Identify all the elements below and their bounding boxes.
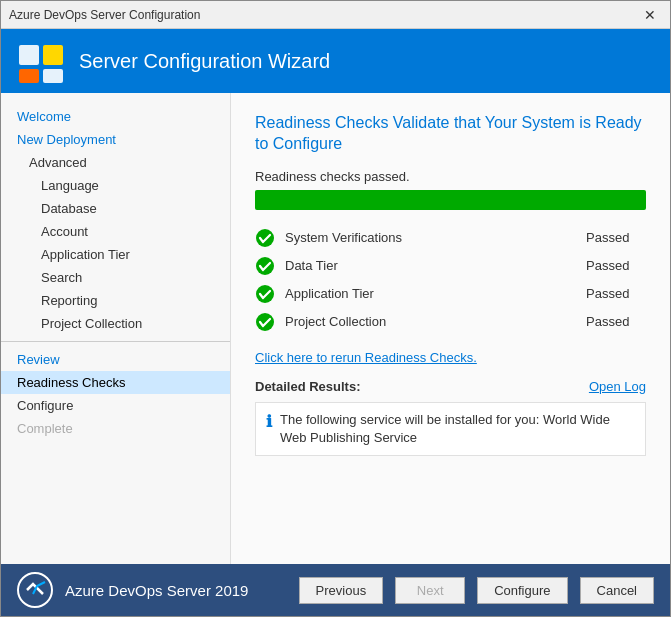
sidebar-item-configure[interactable]: Configure (1, 394, 230, 417)
check-name: Project Collection (285, 314, 576, 329)
main-window: Azure DevOps Server Configuration ✕ Serv… (0, 0, 671, 617)
detailed-results: Detailed Results: Open Log ℹ The followi… (255, 379, 646, 456)
sidebar-item-readiness-checks[interactable]: Readiness Checks (1, 371, 230, 394)
sidebar-item-database[interactable]: Database (1, 197, 230, 220)
detailed-results-title: Detailed Results: (255, 379, 360, 394)
check-name: Application Tier (285, 286, 576, 301)
sidebar-item-project-collection[interactable]: Project Collection (1, 312, 230, 335)
svg-point-5 (256, 257, 274, 275)
check-passed-icon (255, 228, 275, 248)
info-icon: ℹ (266, 412, 272, 431)
check-item: Application Tier Passed (255, 280, 646, 308)
main-content: Readiness Checks Validate that Your Syst… (231, 93, 670, 564)
page-title: Readiness Checks Validate that Your Syst… (255, 113, 646, 155)
titlebar-title: Azure DevOps Server Configuration (9, 8, 200, 22)
sidebar-item-search[interactable]: Search (1, 266, 230, 289)
svg-point-6 (256, 285, 274, 303)
sidebar-divider (1, 341, 230, 342)
next-button[interactable]: Next (395, 577, 465, 604)
detail-message: The following service will be installed … (280, 411, 635, 447)
svg-rect-3 (43, 69, 63, 83)
check-status: Passed (586, 230, 646, 245)
check-passed-icon (255, 312, 275, 332)
sidebar-item-welcome[interactable]: Welcome (1, 105, 230, 128)
svg-point-7 (256, 313, 274, 331)
footer-app-title: Azure DevOps Server 2019 (65, 582, 287, 599)
check-status: Passed (586, 258, 646, 273)
titlebar: Azure DevOps Server Configuration ✕ (1, 1, 670, 29)
sidebar-item-complete: Complete (1, 417, 230, 440)
sidebar-item-advanced[interactable]: Advanced (1, 151, 230, 174)
check-item: Data Tier Passed (255, 252, 646, 280)
check-status: Passed (586, 314, 646, 329)
header-icon (17, 37, 65, 85)
svg-rect-0 (19, 45, 39, 65)
detailed-results-header: Detailed Results: Open Log (255, 379, 646, 394)
check-status: Passed (586, 286, 646, 301)
rerun-link[interactable]: Click here to rerun Readiness Checks. (255, 350, 646, 365)
svg-rect-1 (43, 45, 63, 65)
footer: Azure DevOps Server 2019 Previous Next C… (1, 564, 670, 616)
content-area: Welcome New Deployment Advanced Language… (1, 93, 670, 564)
check-item: System Verifications Passed (255, 224, 646, 252)
svg-point-4 (256, 229, 274, 247)
passed-label: Readiness checks passed. (255, 169, 646, 184)
header-banner: Server Configuration Wizard (1, 29, 670, 93)
sidebar-item-new-deployment[interactable]: New Deployment (1, 128, 230, 151)
previous-button[interactable]: Previous (299, 577, 384, 604)
open-log-link[interactable]: Open Log (589, 379, 646, 394)
detail-item: ℹ The following service will be installe… (255, 402, 646, 456)
sidebar-item-account[interactable]: Account (1, 220, 230, 243)
svg-rect-2 (19, 69, 39, 83)
close-button[interactable]: ✕ (638, 5, 662, 25)
check-item: Project Collection Passed (255, 308, 646, 336)
cancel-button[interactable]: Cancel (580, 577, 654, 604)
configure-button[interactable]: Configure (477, 577, 567, 604)
sidebar: Welcome New Deployment Advanced Language… (1, 93, 231, 564)
footer-icon (17, 572, 53, 608)
header-title: Server Configuration Wizard (79, 50, 330, 73)
sidebar-item-review[interactable]: Review (1, 348, 230, 371)
check-passed-icon (255, 256, 275, 276)
check-passed-icon (255, 284, 275, 304)
check-name: System Verifications (285, 230, 576, 245)
sidebar-item-application-tier[interactable]: Application Tier (1, 243, 230, 266)
check-name: Data Tier (285, 258, 576, 273)
progress-bar-bg (255, 190, 646, 210)
progress-bar-fill (255, 190, 646, 210)
check-list: System Verifications Passed Data Tier Pa… (255, 224, 646, 336)
sidebar-item-language[interactable]: Language (1, 174, 230, 197)
sidebar-item-reporting[interactable]: Reporting (1, 289, 230, 312)
